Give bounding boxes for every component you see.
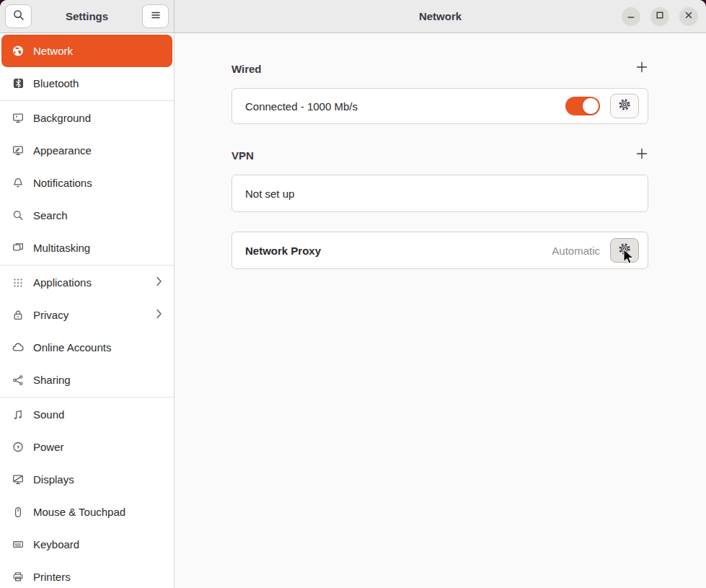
- maximize-button[interactable]: [650, 7, 669, 26]
- wired-section-header: Wired: [231, 61, 648, 76]
- windows-icon: [12, 242, 24, 254]
- network-proxy-label: Network Proxy: [245, 245, 321, 257]
- sidebar-item-label: Printers: [33, 571, 71, 583]
- page-title: Network: [419, 10, 462, 22]
- sidebar-item-label: Sound: [33, 408, 64, 421]
- sidebar-item-search[interactable]: Search: [1, 199, 172, 232]
- minimize-button[interactable]: [622, 7, 640, 26]
- sidebar-item-printers[interactable]: Printers: [1, 561, 172, 588]
- mouse-icon: [12, 506, 24, 518]
- gear-icon: [617, 97, 632, 115]
- bluetooth-icon: [12, 78, 24, 89]
- left-headerbar: Settings: [0, 0, 175, 33]
- close-icon: [684, 10, 694, 23]
- sidebar-separator: [0, 100, 174, 101]
- sidebar-item-displays[interactable]: Displays: [1, 463, 172, 496]
- sidebar-item-label: Privacy: [33, 309, 69, 321]
- power-icon: [12, 442, 24, 453]
- background-icon: [12, 113, 24, 124]
- close-button[interactable]: [679, 7, 698, 26]
- add-vpn-button[interactable]: [631, 146, 653, 164]
- sidebar-item-label: Mouse & Touchpad: [33, 506, 125, 518]
- display-icon: [12, 474, 24, 486]
- wired-section-title: Wired: [231, 63, 262, 75]
- sidebar-item-label: Network: [33, 45, 73, 57]
- vpn-status-label: Not set up: [245, 188, 294, 200]
- sidebar-item-power[interactable]: Power: [1, 431, 172, 463]
- appearance-icon: [12, 145, 24, 157]
- chevron-right-icon: [156, 309, 162, 321]
- add-wired-connection-button[interactable]: [631, 59, 653, 78]
- search-icon: [13, 9, 25, 24]
- sidebar-item-notifications[interactable]: Notifications: [1, 167, 172, 199]
- sidebar-item-network[interactable]: Network: [1, 35, 172, 67]
- sidebar-item-label: Applications: [33, 276, 92, 289]
- sidebar-item-background[interactable]: Background: [1, 102, 172, 134]
- sidebar-item-multitasking[interactable]: Multitasking: [1, 232, 172, 264]
- wired-connection-row[interactable]: Connected - 1000 Mb/s: [231, 88, 648, 124]
- plus-icon: [636, 61, 648, 76]
- sidebar-item-applications[interactable]: Applications: [1, 266, 172, 299]
- sidebar-item-label: Sharing: [33, 374, 71, 386]
- vpn-row[interactable]: Not set up: [231, 175, 648, 212]
- wired-status-label: Connected - 1000 Mb/s: [245, 100, 358, 113]
- sidebar-item-label: Bluetooth: [33, 77, 79, 89]
- wired-toggle-switch[interactable]: [565, 97, 600, 115]
- network-panel: Wired Connected - 1000 Mb/s: [175, 33, 706, 588]
- window-controls: [622, 0, 698, 32]
- share-icon: [12, 374, 24, 386]
- mouse-cursor: [623, 249, 635, 266]
- sidebar-item-label: Online Accounts: [33, 341, 111, 354]
- vpn-section-header: VPN: [231, 147, 648, 163]
- sidebar-item-privacy[interactable]: Privacy: [1, 299, 172, 331]
- lock-icon: [12, 310, 24, 321]
- menu-button[interactable]: [142, 4, 169, 28]
- sidebar-item-label: Background: [33, 112, 91, 124]
- vpn-section-title: VPN: [231, 149, 254, 162]
- wired-settings-button[interactable]: [610, 94, 639, 118]
- sidebar-item-keyboard[interactable]: Keyboard: [1, 528, 172, 561]
- printer-icon: [12, 571, 24, 583]
- network-proxy-row[interactable]: Network Proxy Automatic: [231, 232, 648, 269]
- music-note-icon: [12, 409, 24, 421]
- sidebar-item-appearance[interactable]: Appearance: [1, 134, 172, 167]
- sidebar-item-label: Appearance: [33, 144, 92, 157]
- right-headerbar: Network: [175, 0, 706, 33]
- sidebar-item-bluetooth[interactable]: Bluetooth: [1, 67, 172, 100]
- keyboard-icon: [12, 539, 24, 550]
- magnifier-icon: [12, 210, 24, 221]
- sidebar: Network Bluetooth Background Appearance: [0, 33, 175, 588]
- sidebar-item-label: Multitasking: [33, 242, 90, 254]
- search-button[interactable]: [5, 4, 32, 28]
- sidebar-item-label: Keyboard: [33, 538, 79, 550]
- settings-window: Settings Network: [0, 0, 706, 588]
- sidebar-separator: [0, 265, 174, 266]
- toggle-knob: [583, 98, 599, 114]
- sidebar-item-mouse-touchpad[interactable]: Mouse & Touchpad: [1, 496, 172, 528]
- sidebar-item-label: Displays: [33, 473, 74, 486]
- maximize-icon: [655, 10, 665, 23]
- cloud-icon: [12, 342, 24, 354]
- sidebar-item-online-accounts[interactable]: Online Accounts: [1, 331, 172, 364]
- chevron-right-icon: [156, 276, 162, 289]
- app-grid-icon: [12, 277, 24, 289]
- bell-icon: [12, 177, 24, 189]
- globe-icon: [12, 45, 24, 57]
- minimize-icon: [626, 10, 636, 23]
- sidebar-item-label: Notifications: [33, 177, 92, 189]
- hamburger-icon: [150, 9, 162, 24]
- sidebar-item-label: Power: [33, 441, 64, 453]
- sidebar-item-sound[interactable]: Sound: [1, 398, 172, 431]
- proxy-mode-value: Automatic: [552, 245, 600, 257]
- sidebar-item-label: Search: [33, 209, 68, 221]
- sidebar-item-sharing[interactable]: Sharing: [1, 364, 172, 396]
- sidebar-separator: [0, 397, 174, 398]
- plus-icon: [636, 148, 648, 162]
